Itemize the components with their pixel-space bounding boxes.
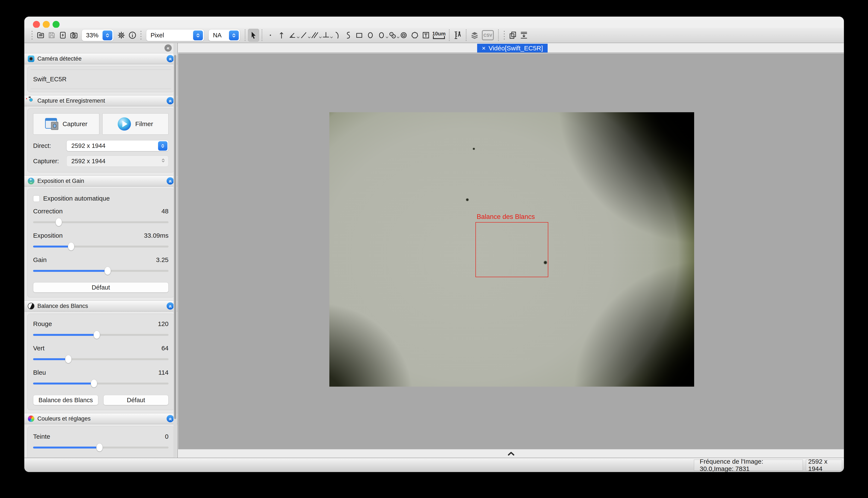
capture-button[interactable]: Capturer — [33, 113, 99, 135]
collapse-panel-button[interactable] — [167, 415, 174, 422]
save-button[interactable] — [46, 29, 57, 42]
exposition-slider[interactable] — [33, 242, 168, 251]
slider-thumb[interactable] — [96, 443, 103, 451]
white-balance-roi-rectangle[interactable] — [475, 222, 548, 277]
sidebar-collapse-button[interactable]: « — [164, 44, 172, 52]
collapse-panel-button[interactable] — [167, 302, 174, 310]
toolbar-separator — [245, 29, 245, 41]
gain-slider[interactable] — [33, 266, 168, 275]
video-tab[interactable]: × Vidéo[Swift_EC5R] — [477, 44, 548, 52]
stepper-icon[interactable] — [193, 30, 203, 40]
timed-capture-button[interactable] — [68, 29, 79, 42]
na-select[interactable]: NA — [208, 29, 240, 41]
bottom-panel-expander[interactable] — [178, 449, 844, 458]
na-value: NA — [213, 32, 221, 39]
text-tool-button[interactable] — [420, 29, 432, 42]
circle-tool-button[interactable] — [376, 29, 387, 42]
live-video-frame[interactable]: Balance des Blancs — [329, 112, 694, 386]
white-balance-default-button[interactable]: Défaut — [103, 395, 168, 405]
stepper-icon[interactable] — [103, 30, 112, 40]
stepper-icon[interactable] — [229, 30, 239, 40]
close-window-button[interactable] — [33, 21, 40, 28]
line-tool-button[interactable] — [298, 29, 309, 42]
two-circles-tool-button[interactable] — [387, 29, 398, 42]
minimize-window-button[interactable] — [43, 21, 50, 28]
polygon-tool-button[interactable] — [409, 29, 420, 42]
panel-header-white-balance[interactable]: Balance des Blancs — [24, 300, 177, 312]
capture-button-label: Capturer — [63, 120, 88, 128]
scalebar-tool-button[interactable]: 10um — [432, 31, 446, 39]
rectangle-tool-button[interactable] — [354, 29, 365, 42]
flatten-export-button[interactable] — [518, 29, 529, 42]
perpendicular-icon — [321, 31, 330, 40]
arc-tool-button[interactable] — [331, 29, 343, 42]
white-balance-button[interactable]: Balance des Blancs — [33, 395, 98, 405]
quick-capture-button[interactable] — [57, 29, 68, 42]
snap-resolution-value: 2592 x 1944 — [71, 158, 105, 165]
parallel-lines-tool-button[interactable] — [309, 29, 320, 42]
text-icon — [421, 31, 430, 40]
desktop: 33% Pixel NA — [0, 0, 868, 498]
duplicate-button[interactable] — [507, 29, 518, 42]
exposure-default-button[interactable]: Défaut — [33, 282, 168, 292]
collapse-panel-button[interactable] — [167, 177, 174, 185]
video-tab-label: Vidéo[Swift_EC5R] — [488, 44, 543, 52]
collapse-panel-button[interactable] — [167, 55, 174, 62]
snap-resolution-select[interactable]: 2592 x 1944 — [66, 156, 168, 167]
scrollbar-thumb[interactable] — [174, 55, 176, 419]
dust-speck — [466, 198, 469, 201]
panel-header-colors[interactable]: Couleurs et réglages — [24, 413, 177, 424]
correction-slider[interactable] — [33, 218, 168, 226]
toolbar-drag-handle — [31, 31, 33, 39]
export-down-icon — [520, 31, 528, 40]
annulus-tool-button[interactable] — [398, 29, 409, 42]
slider-thumb[interactable] — [68, 243, 74, 250]
perpendicular-tool-button[interactable] — [320, 29, 331, 42]
ellipse-tool-button[interactable] — [365, 29, 376, 42]
settings-button[interactable] — [116, 29, 127, 42]
close-tab-icon[interactable]: × — [482, 45, 486, 51]
panel-header-capture[interactable]: Capture et Enregistrement — [24, 95, 177, 106]
sidebar-scrollbar[interactable] — [174, 43, 177, 457]
workspace: × Vidéo[Swift_EC5R] Balance des Blancs — [178, 43, 844, 458]
record-button[interactable]: Filmer — [102, 113, 168, 135]
layers-button[interactable] — [469, 29, 480, 42]
curve-tool-button[interactable] — [343, 29, 354, 42]
toolbar: 33% Pixel NA — [24, 28, 844, 43]
csv-export-button[interactable]: CSV — [482, 30, 494, 40]
slider-thumb[interactable] — [65, 355, 72, 363]
camera-device-name[interactable]: Swift_EC5R — [32, 70, 170, 89]
stepper-icon[interactable] — [160, 157, 166, 163]
collapse-panel-button[interactable] — [167, 97, 174, 104]
arrow-tool-button[interactable] — [276, 29, 287, 42]
hue-slider[interactable] — [33, 443, 168, 452]
live-resolution-select[interactable]: 2592 x 1944 — [66, 140, 168, 151]
slider-thumb[interactable] — [93, 331, 100, 339]
panel-title: Exposition et Gain — [37, 178, 164, 184]
blue-slider[interactable] — [33, 379, 168, 388]
info-button[interactable] — [127, 29, 138, 42]
sidebar-top-strip: « — [24, 43, 177, 53]
red-slider[interactable] — [33, 330, 168, 339]
slider-thumb[interactable] — [91, 379, 97, 388]
frame-info-text: Fréquence de l'Image: 30.0,Image: 7831 — [700, 458, 797, 472]
panel-header-camera[interactable]: Caméra détectée — [24, 53, 177, 64]
stepper-icon[interactable] — [158, 141, 167, 150]
unit-select[interactable]: Pixel — [146, 29, 204, 41]
point-tool-button[interactable] — [265, 29, 276, 42]
red-label: Rouge — [33, 320, 52, 328]
auto-exposure-checkbox[interactable] — [33, 195, 40, 202]
angle-tool-button[interactable] — [287, 29, 298, 42]
video-canvas[interactable]: Balance des Blancs — [178, 53, 844, 449]
exposition-value: 33.09ms — [144, 232, 168, 239]
panel-header-exposure[interactable]: Exposition et Gain — [24, 175, 177, 186]
slider-thumb[interactable] — [55, 218, 62, 226]
calibrate-button[interactable] — [452, 29, 463, 42]
zoom-window-button[interactable] — [53, 21, 60, 28]
slider-thumb[interactable] — [104, 267, 111, 275]
ellipse-icon — [366, 31, 375, 40]
green-slider[interactable] — [33, 355, 168, 363]
open-file-button[interactable] — [35, 29, 46, 42]
select-tool-button[interactable] — [248, 29, 259, 42]
zoom-level-select[interactable]: 33% — [81, 29, 114, 41]
